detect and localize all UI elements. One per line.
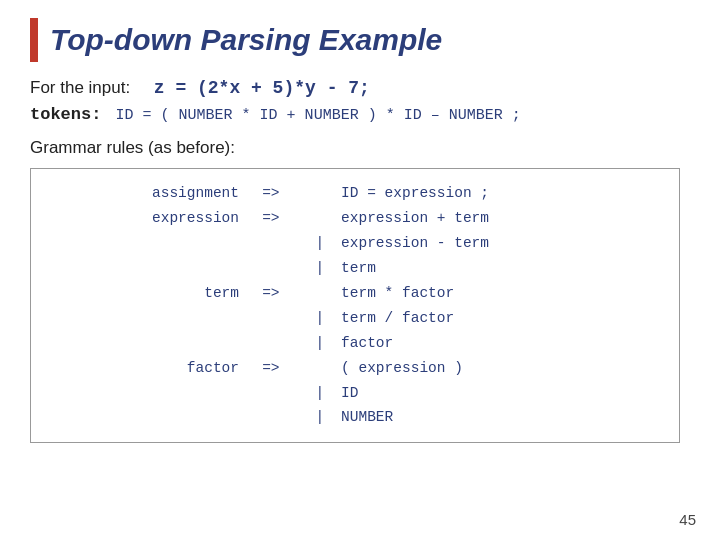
grammar-lhs [47,331,241,356]
grammar-rhs: term / factor [339,306,663,331]
grammar-rhs: ( expression ) [339,356,663,381]
grammar-lhs: factor [47,356,241,381]
grammar-pipe [301,206,339,231]
input-code: z = (2*x + 5)*y - 7; [154,78,370,98]
grammar-arrow [241,381,301,406]
page-title: Top-down Parsing Example [50,23,442,57]
grammar-rhs: factor [339,331,663,356]
grammar-pipe [301,181,339,206]
grammar-arrow: => [241,206,301,231]
grammar-arrow: => [241,281,301,306]
grammar-lhs: assignment [47,181,241,206]
grammar-pipe [301,281,339,306]
grammar-rhs: term * factor [339,281,663,306]
grammar-box: assignment=>ID = expression ;expression=… [30,168,680,443]
grammar-rhs: term [339,256,663,281]
grammar-row: expression=>expression + term [47,206,663,231]
tokens-label: tokens: [30,105,101,124]
grammar-lhs [47,405,241,430]
title-accent [30,18,38,62]
page-number: 45 [679,511,696,528]
grammar-pipe: | [301,381,339,406]
grammar-lhs: expression [47,206,241,231]
grammar-rhs: ID [339,381,663,406]
grammar-table: assignment=>ID = expression ;expression=… [47,181,663,430]
input-label: For the input: [30,78,130,97]
grammar-lhs: term [47,281,241,306]
grammar-row: |ID [47,381,663,406]
tokens-code: ID = ( NUMBER * ID + NUMBER ) * ID – NUM… [116,107,521,124]
tokens-line: tokens: ID = ( NUMBER * ID + NUMBER ) * … [30,104,690,124]
grammar-pipe [301,356,339,381]
grammar-pipe: | [301,306,339,331]
grammar-row: |term [47,256,663,281]
grammar-lhs [47,306,241,331]
grammar-rhs: expression - term [339,231,663,256]
grammar-pipe: | [301,231,339,256]
grammar-arrow [241,306,301,331]
grammar-pipe: | [301,256,339,281]
grammar-label: Grammar rules (as before): [30,138,690,158]
grammar-row: factor=>( expression ) [47,356,663,381]
grammar-pipe: | [301,331,339,356]
grammar-lhs [47,256,241,281]
grammar-arrow [241,331,301,356]
page: Top-down Parsing Example For the input: … [0,0,720,540]
grammar-arrow [241,231,301,256]
grammar-arrow: => [241,356,301,381]
grammar-rhs: expression + term [339,206,663,231]
grammar-row: |factor [47,331,663,356]
grammar-lhs [47,231,241,256]
input-line: For the input: z = (2*x + 5)*y - 7; [30,78,690,98]
grammar-arrow [241,256,301,281]
grammar-row: assignment=>ID = expression ; [47,181,663,206]
grammar-arrow [241,405,301,430]
grammar-arrow: => [241,181,301,206]
grammar-row: |expression - term [47,231,663,256]
title-bar: Top-down Parsing Example [30,18,690,62]
grammar-pipe: | [301,405,339,430]
grammar-row: |term / factor [47,306,663,331]
grammar-rhs: NUMBER [339,405,663,430]
grammar-row: term=>term * factor [47,281,663,306]
grammar-rhs: ID = expression ; [339,181,663,206]
grammar-lhs [47,381,241,406]
grammar-row: |NUMBER [47,405,663,430]
